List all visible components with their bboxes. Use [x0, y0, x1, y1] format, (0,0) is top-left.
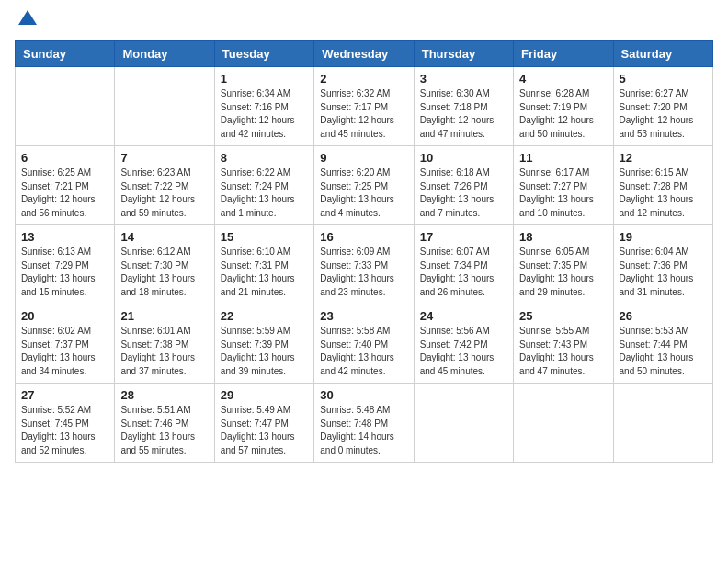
day-info: Sunrise: 6:13 AM Sunset: 7:29 PM Dayligh…: [21, 246, 108, 299]
day-number: 30: [320, 388, 407, 402]
day-number: 29: [221, 388, 308, 402]
calendar-cell: 25Sunrise: 5:55 AM Sunset: 7:43 PM Dayli…: [514, 304, 613, 384]
calendar-cell: [514, 384, 613, 463]
day-number: 24: [420, 309, 507, 323]
day-info: Sunrise: 6:01 AM Sunset: 7:38 PM Dayligh…: [120, 325, 208, 378]
day-number: 21: [120, 309, 208, 323]
day-info: Sunrise: 5:48 AM Sunset: 7:48 PM Dayligh…: [320, 404, 407, 457]
day-info: Sunrise: 6:12 AM Sunset: 7:30 PM Dayligh…: [120, 246, 208, 299]
calendar-cell: 3Sunrise: 6:30 AM Sunset: 7:18 PM Daylig…: [414, 67, 513, 146]
logo: [15, 15, 37, 31]
day-number: 27: [21, 388, 108, 402]
day-info: Sunrise: 6:30 AM Sunset: 7:18 PM Dayligh…: [420, 87, 507, 141]
day-number: 6: [21, 151, 108, 165]
day-number: 12: [620, 151, 707, 165]
day-number: 11: [519, 151, 607, 165]
day-info: Sunrise: 6:15 AM Sunset: 7:28 PM Dayligh…: [620, 167, 707, 220]
header: [15, 15, 713, 31]
calendar-cell: 12Sunrise: 6:15 AM Sunset: 7:28 PM Dayli…: [613, 146, 712, 225]
day-number: 20: [21, 309, 108, 323]
day-number: 13: [21, 230, 108, 244]
day-info: Sunrise: 6:28 AM Sunset: 7:19 PM Dayligh…: [519, 87, 607, 141]
weekday-header-sunday: Sunday: [16, 41, 115, 67]
weekday-header-thursday: Thursday: [414, 41, 513, 67]
calendar-cell: 21Sunrise: 6:01 AM Sunset: 7:38 PM Dayli…: [115, 304, 214, 384]
calendar-table: SundayMondayTuesdayWednesdayThursdayFrid…: [15, 40, 713, 463]
day-info: Sunrise: 5:49 AM Sunset: 7:47 PM Dayligh…: [221, 404, 308, 457]
day-number: 8: [221, 151, 308, 165]
calendar-cell: 1Sunrise: 6:34 AM Sunset: 7:16 PM Daylig…: [214, 67, 313, 146]
day-info: Sunrise: 6:22 AM Sunset: 7:24 PM Dayligh…: [221, 167, 308, 220]
day-info: Sunrise: 6:32 AM Sunset: 7:17 PM Dayligh…: [320, 87, 407, 141]
day-number: 23: [320, 309, 407, 323]
weekday-header-tuesday: Tuesday: [214, 41, 313, 67]
day-number: 1: [221, 72, 308, 86]
calendar-week-row: 20Sunrise: 6:02 AM Sunset: 7:37 PM Dayli…: [16, 304, 713, 384]
calendar-cell: 15Sunrise: 6:10 AM Sunset: 7:31 PM Dayli…: [214, 225, 313, 304]
calendar-cell: 23Sunrise: 5:58 AM Sunset: 7:40 PM Dayli…: [314, 304, 414, 384]
calendar-week-row: 1Sunrise: 6:34 AM Sunset: 7:16 PM Daylig…: [16, 67, 713, 146]
day-info: Sunrise: 6:02 AM Sunset: 7:37 PM Dayligh…: [21, 325, 108, 378]
day-info: Sunrise: 6:17 AM Sunset: 7:27 PM Dayligh…: [519, 167, 607, 220]
weekday-header-monday: Monday: [115, 41, 214, 67]
calendar-cell: 6Sunrise: 6:25 AM Sunset: 7:21 PM Daylig…: [16, 146, 115, 225]
day-info: Sunrise: 6:23 AM Sunset: 7:22 PM Dayligh…: [120, 167, 208, 220]
day-number: 17: [420, 230, 507, 244]
calendar-cell: 19Sunrise: 6:04 AM Sunset: 7:36 PM Dayli…: [613, 225, 712, 304]
day-info: Sunrise: 6:10 AM Sunset: 7:31 PM Dayligh…: [221, 246, 308, 299]
day-info: Sunrise: 6:34 AM Sunset: 7:16 PM Dayligh…: [221, 87, 308, 141]
logo-icon: [17, 8, 37, 29]
day-number: 19: [620, 230, 707, 244]
calendar-cell: 16Sunrise: 6:09 AM Sunset: 7:33 PM Dayli…: [314, 225, 414, 304]
weekday-header-friday: Friday: [514, 41, 613, 67]
day-number: 16: [320, 230, 407, 244]
day-info: Sunrise: 5:53 AM Sunset: 7:44 PM Dayligh…: [620, 325, 707, 378]
calendar-cell: 2Sunrise: 6:32 AM Sunset: 7:17 PM Daylig…: [314, 67, 414, 146]
day-number: 22: [221, 309, 308, 323]
day-number: 4: [519, 72, 607, 86]
day-number: 2: [320, 72, 407, 86]
day-number: 7: [120, 151, 208, 165]
day-info: Sunrise: 6:04 AM Sunset: 7:36 PM Dayligh…: [620, 246, 707, 299]
day-info: Sunrise: 5:51 AM Sunset: 7:46 PM Dayligh…: [120, 404, 208, 457]
day-number: 28: [120, 388, 208, 402]
day-info: Sunrise: 6:07 AM Sunset: 7:34 PM Dayligh…: [420, 246, 507, 299]
day-info: Sunrise: 5:55 AM Sunset: 7:43 PM Dayligh…: [519, 325, 607, 378]
day-info: Sunrise: 5:52 AM Sunset: 7:45 PM Dayligh…: [21, 404, 108, 457]
calendar-cell: 8Sunrise: 6:22 AM Sunset: 7:24 PM Daylig…: [214, 146, 313, 225]
day-info: Sunrise: 6:25 AM Sunset: 7:21 PM Dayligh…: [21, 167, 108, 220]
day-number: 9: [320, 151, 407, 165]
day-info: Sunrise: 6:27 AM Sunset: 7:20 PM Dayligh…: [620, 87, 707, 141]
calendar-cell: 24Sunrise: 5:56 AM Sunset: 7:42 PM Dayli…: [414, 304, 513, 384]
day-info: Sunrise: 6:20 AM Sunset: 7:25 PM Dayligh…: [320, 167, 407, 220]
calendar-cell: [414, 384, 513, 463]
calendar-cell: 5Sunrise: 6:27 AM Sunset: 7:20 PM Daylig…: [613, 67, 712, 146]
calendar-week-row: 27Sunrise: 5:52 AM Sunset: 7:45 PM Dayli…: [16, 384, 713, 463]
day-info: Sunrise: 5:58 AM Sunset: 7:40 PM Dayligh…: [320, 325, 407, 378]
weekday-header-row: SundayMondayTuesdayWednesdayThursdayFrid…: [16, 41, 713, 67]
day-number: 10: [420, 151, 507, 165]
calendar-cell: 26Sunrise: 5:53 AM Sunset: 7:44 PM Dayli…: [613, 304, 712, 384]
calendar-cell: 22Sunrise: 5:59 AM Sunset: 7:39 PM Dayli…: [214, 304, 313, 384]
day-info: Sunrise: 6:18 AM Sunset: 7:26 PM Dayligh…: [420, 167, 507, 220]
weekday-header-wednesday: Wednesday: [314, 41, 414, 67]
calendar-week-row: 6Sunrise: 6:25 AM Sunset: 7:21 PM Daylig…: [16, 146, 713, 225]
day-number: 3: [420, 72, 507, 86]
calendar-cell: 17Sunrise: 6:07 AM Sunset: 7:34 PM Dayli…: [414, 225, 513, 304]
calendar-cell: [613, 384, 712, 463]
day-info: Sunrise: 6:05 AM Sunset: 7:35 PM Dayligh…: [519, 246, 607, 299]
calendar-cell: 20Sunrise: 6:02 AM Sunset: 7:37 PM Dayli…: [16, 304, 115, 384]
calendar-cell: 14Sunrise: 6:12 AM Sunset: 7:30 PM Dayli…: [115, 225, 214, 304]
calendar-cell: 29Sunrise: 5:49 AM Sunset: 7:47 PM Dayli…: [214, 384, 313, 463]
day-number: 18: [519, 230, 607, 244]
day-number: 26: [620, 309, 707, 323]
day-info: Sunrise: 5:59 AM Sunset: 7:39 PM Dayligh…: [221, 325, 308, 378]
calendar-cell: [115, 67, 214, 146]
calendar-cell: 18Sunrise: 6:05 AM Sunset: 7:35 PM Dayli…: [514, 225, 613, 304]
day-number: 14: [120, 230, 208, 244]
day-number: 15: [221, 230, 308, 244]
page: SundayMondayTuesdayWednesdayThursdayFrid…: [0, 0, 728, 563]
calendar-cell: 4Sunrise: 6:28 AM Sunset: 7:19 PM Daylig…: [514, 67, 613, 146]
calendar-cell: [16, 67, 115, 146]
day-number: 25: [519, 309, 607, 323]
